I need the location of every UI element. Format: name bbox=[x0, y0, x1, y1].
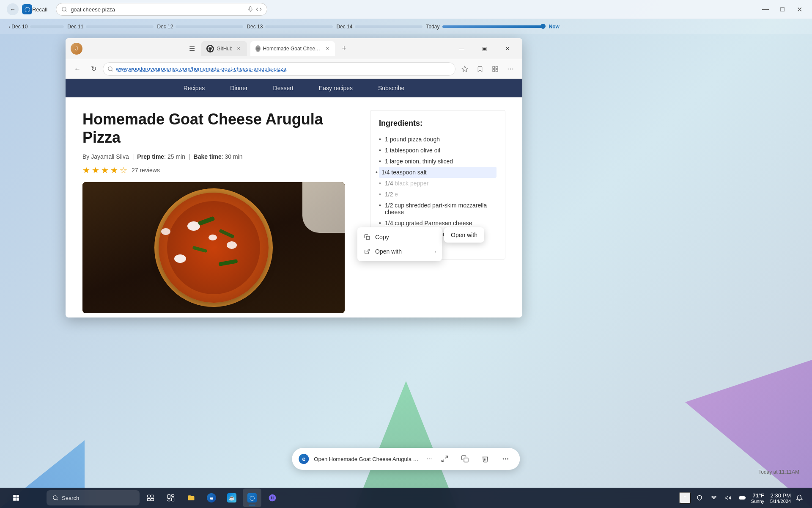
browser-minimize-button[interactable]: — bbox=[452, 42, 472, 55]
browser-back-button[interactable]: ← bbox=[71, 62, 84, 76]
open-with-tooltip-label: Open with bbox=[451, 232, 477, 238]
context-menu-open-with[interactable]: Open with › bbox=[357, 244, 442, 259]
store-icon: ☕ bbox=[227, 493, 236, 502]
taskbar-right: ⌃ 71°F Sunny 2:30 PM 5/14/2024 bbox=[679, 492, 805, 504]
star-4: ★ bbox=[110, 165, 118, 175]
recall-close-button[interactable]: ✕ bbox=[793, 3, 805, 15]
file-explorer-button[interactable] bbox=[182, 489, 200, 507]
open-with-tooltip: Open with bbox=[444, 227, 484, 243]
action-bar-timestamp: Today at 11:11AM bbox=[758, 469, 799, 475]
svg-rect-21 bbox=[148, 499, 151, 501]
widgets-button[interactable] bbox=[162, 489, 180, 507]
pizza-sauce bbox=[167, 201, 260, 294]
code-icon[interactable] bbox=[256, 6, 262, 12]
nav-subscribe[interactable]: Subscribe bbox=[378, 85, 404, 91]
browser-tab-github[interactable]: GitHub ✕ bbox=[201, 41, 247, 56]
clock-time: 2:30 PM bbox=[770, 492, 791, 499]
browser-titlebar: J ☰ GitHub ✕ Homemade Goat Cheese Arugul… bbox=[66, 38, 522, 59]
taskbar-clock[interactable]: 2:30 PM 5/14/2024 bbox=[770, 492, 791, 504]
nav-recipes[interactable]: Recipes bbox=[184, 85, 205, 91]
timeline-dec10-label: ‹ Dec 10 bbox=[8, 24, 27, 30]
pizza-base bbox=[159, 193, 269, 303]
nav-dinner[interactable]: Dinner bbox=[230, 85, 247, 91]
browser-tab-recipe[interactable]: Homemade Goat Cheese Arugula Pizza ✕ bbox=[250, 41, 335, 56]
svg-rect-19 bbox=[148, 495, 151, 497]
svg-point-15 bbox=[505, 458, 506, 459]
browser-reload-button[interactable]: ↻ bbox=[87, 62, 100, 76]
recall-taskbar-button[interactable]: ◯ bbox=[243, 489, 261, 507]
recall-maximize-button[interactable]: □ bbox=[776, 3, 788, 15]
nav-easy-recipes[interactable]: Easy recipes bbox=[319, 85, 353, 91]
recipe-left-panel: Homemade Goat Cheese Arugula Pizza By Ja… bbox=[82, 110, 353, 305]
weather-condition: Sunny bbox=[751, 499, 764, 504]
action-bar-title: Open Homemade Goat Cheese Arugula Pizza bbox=[314, 456, 420, 462]
context-menu: Copy Open with › bbox=[357, 227, 442, 261]
action-bar-delete-button[interactable] bbox=[478, 451, 493, 467]
windows-start-button[interactable] bbox=[7, 489, 25, 507]
svg-rect-7 bbox=[496, 66, 498, 69]
ingredient-6: 1/2 cup shredded part-skim mozzarella ch… bbox=[379, 200, 497, 218]
task-view-button[interactable] bbox=[141, 489, 160, 507]
browser-maximize-button[interactable]: ▣ bbox=[475, 42, 494, 55]
microphone-icon[interactable] bbox=[247, 6, 253, 12]
meta-separator-1: | bbox=[132, 153, 134, 160]
star-3: ★ bbox=[101, 165, 109, 175]
recall-back-button[interactable]: ← bbox=[7, 3, 19, 15]
favorites-button[interactable] bbox=[458, 62, 472, 76]
edge-taskbar-button[interactable]: e bbox=[202, 489, 221, 507]
svg-rect-8 bbox=[496, 69, 498, 72]
taskbar-search-box[interactable]: Search bbox=[47, 490, 140, 505]
taskbar-active-indicator bbox=[249, 505, 255, 505]
timeline-today[interactable]: Today bbox=[426, 24, 543, 30]
browser-more-button[interactable]: ⋯ bbox=[504, 62, 517, 76]
nav-dessert[interactable]: Dessert bbox=[273, 85, 294, 91]
taskbar-chevron-button[interactable]: ⌃ bbox=[679, 492, 691, 504]
url-search-icon bbox=[107, 66, 113, 72]
timeline-dec14[interactable]: Dec 14 bbox=[336, 24, 422, 30]
timeline-dec11-label: Dec 11 bbox=[67, 24, 83, 30]
action-bar-copy-button[interactable] bbox=[458, 451, 473, 467]
star-1: ★ bbox=[82, 165, 90, 175]
teams-button[interactable] bbox=[263, 489, 282, 507]
svg-rect-30 bbox=[740, 497, 744, 499]
svg-point-17 bbox=[503, 458, 504, 459]
browser-sidebar-button[interactable]: ☰ bbox=[186, 43, 198, 55]
action-bar-more-button[interactable] bbox=[498, 451, 513, 467]
notification-button[interactable] bbox=[793, 492, 805, 504]
recipe-tab-label: Homemade Goat Cheese Arugula Pizza bbox=[263, 46, 322, 52]
timeline-dec11[interactable]: Dec 11 bbox=[67, 24, 154, 30]
svg-point-4 bbox=[108, 66, 112, 70]
timeline-dec10[interactable]: ‹ Dec 10 bbox=[8, 24, 64, 30]
browser-profile-icon[interactable]: J bbox=[71, 43, 82, 55]
recipe-stars: ★ ★ ★ ★ ☆ 27 reviews bbox=[82, 165, 353, 175]
recall-app-title: Recall bbox=[32, 6, 47, 13]
url-bar[interactable]: www.woodgrovegroceries.com/homemade-goat… bbox=[103, 62, 455, 76]
timeline-today-label: Today bbox=[426, 24, 439, 30]
ingredient-0: 1 pound pizza dough bbox=[379, 134, 497, 145]
collections-button[interactable] bbox=[488, 62, 502, 76]
action-bar-expand-button[interactable] bbox=[437, 451, 453, 467]
svg-rect-25 bbox=[172, 498, 174, 501]
timeline-dec13[interactable]: Dec 13 bbox=[247, 24, 333, 30]
timeline-dec10-bar bbox=[30, 25, 64, 28]
ingredient-3-highlighted: 1/4 teaspoon salt bbox=[379, 167, 497, 178]
ingredient-2: 1 large onion, thinly sliced bbox=[379, 156, 497, 167]
svg-rect-24 bbox=[172, 495, 174, 497]
taskbar: Search e ☕ ◯ ⌃ bbox=[0, 488, 812, 508]
recall-search-input[interactable] bbox=[71, 6, 244, 13]
new-tab-button[interactable]: + bbox=[338, 43, 350, 55]
browser-close-button[interactable]: ✕ bbox=[498, 42, 517, 55]
store-button[interactable]: ☕ bbox=[222, 489, 241, 507]
github-tab-close[interactable]: ✕ bbox=[235, 45, 242, 52]
add-favorites-button[interactable] bbox=[473, 62, 487, 76]
recipe-tab-close[interactable]: ✕ bbox=[325, 45, 330, 52]
cheese-blob-2 bbox=[227, 241, 237, 249]
edge-icon: e bbox=[207, 493, 216, 502]
star-2: ★ bbox=[92, 165, 99, 175]
recipe-content: Homemade Goat Cheese Arugula Pizza By Ja… bbox=[66, 97, 522, 318]
recall-minimize-button[interactable]: — bbox=[760, 3, 771, 15]
timeline-dec12[interactable]: Dec 12 bbox=[157, 24, 243, 30]
context-menu-copy[interactable]: Copy bbox=[357, 230, 442, 244]
recall-topbar: ← ◯ Recall — □ ✕ bbox=[0, 0, 812, 19]
recall-search-bar[interactable] bbox=[56, 3, 267, 16]
